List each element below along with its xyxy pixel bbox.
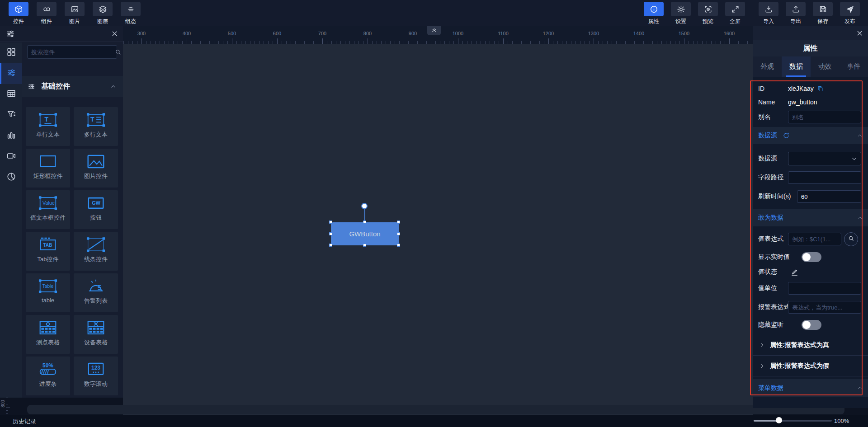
- toolbar-button-widgets[interactable]: 控件: [7, 2, 30, 25]
- palette-item-line-widget[interactable]: 线条控件: [74, 232, 118, 271]
- field-path-input[interactable]: [788, 171, 861, 184]
- canvas[interactable]: 3004005006007008009001000110012001300140…: [123, 26, 753, 415]
- palette-item-gw-button[interactable]: GW按钮: [74, 190, 118, 229]
- rail-item-basic[interactable]: [0, 63, 22, 84]
- chevron-up-icon[interactable]: [857, 385, 863, 391]
- section-basic-widgets[interactable]: 基础控件: [22, 76, 123, 97]
- palette-item-tab-widget[interactable]: TABTab控件: [26, 232, 70, 271]
- toolbar-button-layers[interactable]: 图层: [91, 2, 114, 25]
- ruler-tick: [218, 41, 219, 44]
- rail-item-grid[interactable]: [0, 42, 22, 63]
- collapse-alarm-true[interactable]: 属性:报警表达式为真: [753, 335, 868, 356]
- section-datasource[interactable]: 数据源: [753, 127, 868, 144]
- canvas-gw-button[interactable]: GWButton: [331, 222, 399, 245]
- rail-item-video[interactable]: [0, 146, 22, 167]
- resize-handle-s[interactable]: [363, 244, 366, 247]
- palette-item-alarm-list[interactable]: 告警列表: [74, 273, 118, 312]
- alarm-expr-input[interactable]: [788, 301, 861, 314]
- palette-item-multi-text[interactable]: T多行文本: [74, 107, 118, 146]
- ruler-tick: [634, 41, 635, 44]
- rail-item-table[interactable]: [0, 84, 22, 105]
- palette-item-image-widget[interactable]: 图片控件: [74, 149, 118, 188]
- palette-item-table-widget[interactable]: Tabletable: [26, 273, 70, 312]
- copy-icon[interactable]: [817, 85, 824, 92]
- palette-item-value-text[interactable]: Value值文本框控件: [26, 190, 70, 229]
- history-record-label[interactable]: 历史记录: [13, 418, 36, 426]
- toolbar-button-label: 控件: [13, 18, 24, 25]
- datasource-select[interactable]: [788, 152, 861, 165]
- chevron-up-icon[interactable]: [857, 215, 863, 221]
- rail-item-pie[interactable]: [0, 167, 22, 188]
- sidebar-close-icon[interactable]: [111, 30, 118, 38]
- toolbar-button-import[interactable]: 导入: [757, 2, 780, 25]
- value-expr-input[interactable]: [788, 233, 841, 245]
- refresh-time-input[interactable]: [797, 190, 861, 203]
- resize-handle-nw[interactable]: [329, 221, 332, 224]
- hide-listen-toggle[interactable]: [802, 320, 821, 330]
- chevron-up-icon[interactable]: [857, 132, 863, 139]
- resize-handle-ne[interactable]: [397, 221, 400, 224]
- toolbar-collapse-tab[interactable]: [427, 26, 441, 35]
- toolbar-button-save[interactable]: 保存: [811, 2, 834, 25]
- rail-item-filter[interactable]: [0, 105, 22, 126]
- expression-search-button[interactable]: [844, 232, 858, 246]
- toolbar-button-scada[interactable]: 组态: [119, 2, 142, 25]
- collapse-false-label: 属性:报警表达式为假: [770, 362, 829, 370]
- tab-外观[interactable]: 外观: [753, 56, 782, 77]
- ruler-tick-major: [187, 38, 187, 44]
- ruler-label: 500: [223, 31, 241, 36]
- palette-item-single-text[interactable]: T单行文本: [26, 107, 70, 146]
- ruler-tick: [264, 41, 264, 44]
- resize-handle-se[interactable]: [397, 244, 400, 247]
- toolbar-button-settings[interactable]: 设置: [670, 2, 692, 25]
- value-unit-input[interactable]: [788, 282, 861, 295]
- table-widget-icon: Table: [36, 277, 60, 296]
- toolbar-button-preview[interactable]: 预览: [697, 2, 719, 25]
- alias-input[interactable]: [788, 111, 861, 123]
- tab-动效[interactable]: 动效: [811, 56, 840, 77]
- ruler-tick-major: [548, 38, 549, 44]
- toolbar-button-properties[interactable]: 属性: [642, 2, 665, 25]
- palette-item-progress-bar[interactable]: 50%进度条: [26, 357, 70, 395]
- section-gw-data[interactable]: 敢为数据: [753, 209, 868, 226]
- search-input[interactable]: [28, 49, 114, 56]
- search-icon[interactable]: [114, 48, 122, 56]
- ruler-tick: [453, 41, 454, 44]
- panel-close-icon[interactable]: [856, 29, 863, 37]
- resize-handle-w[interactable]: [329, 232, 332, 235]
- canvas-bottom-scrollbar[interactable]: [27, 405, 844, 414]
- palette-item-label: 设备表格: [84, 338, 108, 347]
- ruler-tick: [169, 41, 169, 44]
- rail-item-chart[interactable]: [0, 126, 22, 146]
- palette-item-label: Tab控件: [38, 255, 59, 263]
- alarm-list-icon: [84, 277, 108, 296]
- toolbar-button-images[interactable]: 图片: [63, 2, 86, 25]
- svg-text:T: T: [44, 116, 48, 123]
- resize-handle-n[interactable]: [363, 221, 366, 224]
- toolbar-button-publish[interactable]: 发布: [839, 2, 861, 25]
- refresh-icon[interactable]: [783, 132, 790, 139]
- field-row-alias: 别名: [753, 109, 868, 125]
- resize-handle-sw[interactable]: [329, 244, 332, 247]
- palette-item-point-table[interactable]: 测点表格: [26, 315, 70, 354]
- zoom-slider-knob[interactable]: [776, 417, 782, 423]
- palette-item-number-scroll[interactable]: 123数字滚动: [74, 357, 118, 395]
- ruler-tick: [223, 41, 223, 44]
- edit-pencil-icon[interactable]: [791, 268, 798, 276]
- toolbar-button-export[interactable]: 导出: [784, 2, 807, 25]
- tab-事件[interactable]: 事件: [839, 56, 868, 77]
- chevron-up-icon[interactable]: [110, 83, 117, 90]
- resize-handle-e[interactable]: [397, 232, 400, 235]
- palette-item-label: 单行文本: [36, 131, 60, 139]
- toolbar-button-components[interactable]: 组件: [35, 2, 58, 25]
- rotation-handle[interactable]: [361, 203, 368, 209]
- toolbar-button-fullscreen[interactable]: 全屏: [724, 2, 746, 25]
- palette-item-rect-widget[interactable]: 矩形框控件: [26, 149, 70, 188]
- ruler-tick: [336, 41, 336, 44]
- section-menu-data[interactable]: 菜单数据: [753, 379, 868, 397]
- zoom-slider-track[interactable]: [754, 420, 832, 422]
- palette-item-device-table[interactable]: 设备表格: [74, 315, 118, 354]
- show-realtime-toggle[interactable]: [802, 252, 821, 262]
- collapse-alarm-false[interactable]: 属性:报警表达式为假: [753, 356, 868, 376]
- tab-数据[interactable]: 数据: [782, 56, 811, 77]
